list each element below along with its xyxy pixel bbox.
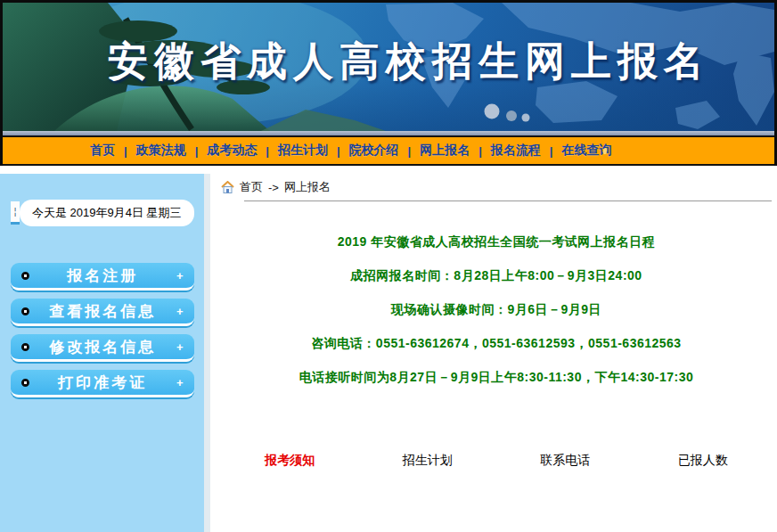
bullet-icon [21, 272, 29, 280]
announcement-registration-time: 成招网报名时间：8月28日上午8:00－9月3日24:00 [221, 268, 772, 283]
top-frame: 安徽省成人高校招生网上报名 首页 | 政策法规 | 成考动态 | 招生计划 | … [0, 0, 777, 166]
announcement-confirmation-time: 现场确认摄像时间：9月6日－9月9日 [221, 302, 772, 317]
nav-item-enrollment-plan[interactable]: 招生计划 [269, 143, 337, 159]
nav-item-college-intro[interactable]: 院校介绍 [340, 143, 408, 159]
breadcrumb-arrow: -> [268, 181, 279, 194]
sidebar-item-view-registration[interactable]: 查看报名信息 + [11, 299, 194, 326]
tab-exam-notice[interactable]: 报考须知 [221, 453, 359, 469]
plus-icon: + [176, 376, 184, 389]
bullet-icon [21, 307, 29, 315]
today-date: 今天是 2019年9月4日 星期三 [20, 200, 194, 226]
plus-icon: + [176, 305, 184, 318]
tab-registered-count[interactable]: 已报人数 [634, 453, 773, 469]
breadcrumb: 首页 -> 网上报名 [221, 179, 772, 195]
content: ¦ 今天是 2019年9月4日 星期三 报名注册 + 查看报名信息 + 修改报名… [0, 174, 777, 532]
sidebar: ¦ 今天是 2019年9月4日 星期三 报名注册 + 查看报名信息 + 修改报名… [0, 174, 210, 532]
bullet-icon [21, 379, 29, 387]
page: 安徽省成人高校招生网上报名 首页 | 政策法规 | 成考动态 | 招生计划 | … [0, 0, 777, 532]
bottom-tabs: 报考须知 招生计划 联系电话 已报人数 [221, 453, 772, 469]
plus-icon: + [176, 269, 184, 282]
breadcrumb-home[interactable]: 首页 [240, 179, 263, 195]
menu-label: 修改报名信息 [29, 337, 176, 357]
marquee-handle-icon: ¦ [11, 201, 20, 225]
sidebar-item-modify-registration[interactable]: 修改报名信息 + [11, 334, 194, 362]
sidebar-item-print-admission-ticket[interactable]: 打印准考证 + [11, 370, 194, 397]
main-nav: 首页 | 政策法规 | 成考动态 | 招生计划 | 院校介绍 | 网上报名 | … [3, 135, 774, 166]
announcement-schedule-title: 2019 年安徽省成人高校招生全国统一考试网上报名日程 [221, 234, 772, 250]
menu-label: 报名注册 [29, 266, 176, 286]
nav-item-registration-process[interactable]: 报名流程 [482, 143, 550, 159]
announcements: 2019 年安徽省成人高校招生全国统一考试网上报名日程 成招网报名时间：8月28… [221, 234, 772, 385]
tab-enrollment-plan[interactable]: 招生计划 [359, 453, 497, 469]
nav-item-home[interactable]: 首页 [81, 143, 124, 159]
nav-item-online-registration[interactable]: 网上报名 [411, 143, 478, 159]
menu-label: 查看报名信息 [29, 301, 176, 322]
tab-contact-phone[interactable]: 联系电话 [496, 453, 634, 469]
bullet-icon [21, 343, 29, 351]
dots-decoration [485, 104, 530, 122]
nav-item-online-query[interactable]: 在线查询 [552, 143, 620, 159]
menu-label: 打印准考证 [29, 372, 176, 393]
announcement-hotline-hours: 电话接听时间为8月27日－9月9日上午8:30-11:30，下午14:30-17… [221, 370, 772, 385]
sidebar-menu: 报名注册 + 查看报名信息 + 修改报名信息 + 打印准考证 + [0, 263, 204, 397]
banner: 安徽省成人高校招生网上报名 [3, 3, 774, 131]
nav-item-policies[interactable]: 政策法规 [127, 143, 195, 159]
nav-item-exam-news[interactable]: 成考动态 [198, 143, 266, 159]
date-row: ¦ 今天是 2019年9月4日 星期三 [11, 200, 204, 226]
sidebar-item-register[interactable]: 报名注册 + [11, 263, 194, 291]
plus-icon: + [176, 340, 184, 354]
site-title: 安徽省成人高校招生网上报名 [3, 35, 774, 88]
home-icon [221, 181, 234, 193]
breadcrumb-divider [244, 201, 772, 201]
breadcrumb-current: 网上报名 [284, 179, 331, 195]
announcement-hotline: 咨询电话：0551-63612674，0551-63612593，0551-63… [221, 336, 772, 351]
main-panel: 首页 -> 网上报名 2019 年安徽省成人高校招生全国统一考试网上报名日程 成… [210, 174, 777, 532]
